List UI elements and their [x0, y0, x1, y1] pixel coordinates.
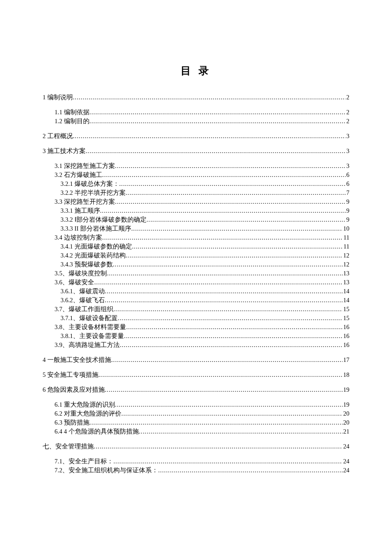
toc-entry[interactable]: 7.2、安全施工组织机构与保证体系： 24 [55, 466, 349, 475]
toc-entry[interactable]: 4 一般施工安全技术措施17 [43, 356, 349, 364]
toc-leader [113, 305, 342, 314]
toc-entry-text: 3.3.3 II 部分岩体施工顺序 [61, 224, 131, 233]
toc-entry[interactable]: 3.4.2 光面爆破装药结构12 [61, 251, 349, 260]
toc-entry-page: 24 [343, 466, 350, 475]
toc-entry[interactable]: 3.4.1 光面爆破参数的确定11 [61, 242, 349, 251]
toc-entry-text: 6.2 对重大危险源的评价 [55, 409, 121, 418]
toc-entry[interactable]: 2 工程概况3 [43, 132, 349, 141]
toc-entry[interactable]: 6.3 预防措施 20 [55, 418, 349, 427]
toc-entry-text: 6.1 重大危险源的识别 [55, 400, 115, 409]
toc-entry-page: 14 [343, 296, 350, 305]
toc-entry-text: 6.3 预防措施 [55, 418, 89, 427]
toc-entry[interactable]: 七、安全管理措施 24 [43, 442, 349, 451]
toc-entry-page: 6 [346, 171, 349, 179]
toc-leader [124, 332, 343, 341]
toc-entry[interactable]: 3.3.3 II 部分岩体施工顺序 10 [61, 224, 349, 233]
toc-entry-text: 3.4.1 光面爆破参数的确定 [61, 242, 132, 251]
toc-entry-text: 3.1 深挖路堑施工方案 [55, 162, 115, 171]
toc-leader [126, 188, 346, 197]
toc-entry[interactable]: 7.1、安全生产目标： 24 [55, 457, 349, 466]
toc-entry-page: 3 [346, 132, 349, 141]
toc-entry[interactable]: 3.9、高填路堤施工方法16 [55, 341, 349, 350]
toc-entry[interactable]: 3.8.1、主要设备需要量16 [61, 332, 349, 341]
toc-entry[interactable]: 6.4 4 个危险源的具体预防措施21 [55, 427, 349, 436]
toc-entry-text: 7.2、安全施工组织机构与保证体系： [55, 466, 158, 475]
toc-entry-text: 5 安全施工专项措施 [43, 370, 98, 379]
toc-entry-page: 21 [343, 427, 350, 436]
toc-entry[interactable]: 3.6.1、爆破震动14 [61, 287, 349, 296]
toc-entry[interactable]: 3.3.1 施工顺序 9 [61, 206, 349, 215]
toc-entry-page: 9 [346, 215, 349, 224]
toc-entry[interactable]: 3.1 深挖路堑施工方案 3 [55, 162, 349, 171]
toc-entry-text: 3.3.2 Ⅰ部分岩体爆破参数的确定 [61, 215, 147, 224]
toc-entry-text: 3.2 石方爆破施工 [55, 171, 102, 179]
toc-entry-page: 16 [343, 332, 350, 341]
toc-entry-page: 20 [343, 409, 350, 418]
toc-entry-page: 15 [343, 314, 350, 323]
toc-entry[interactable]: 1.1 编制依据2 [55, 108, 349, 117]
toc-entry[interactable]: 3.4 边坡控制方案 11 [55, 233, 349, 242]
toc-entry-text: 3.4.2 光面爆破装药结构 [61, 251, 126, 260]
toc-entry-text: 3.4 边坡控制方案 [55, 233, 102, 242]
toc-entry-page: 11 [343, 233, 349, 242]
toc-entry-page: 13 [343, 278, 350, 287]
toc-entry-page: 9 [346, 197, 349, 206]
toc-entry[interactable]: 3.8、主要设备材料需要量16 [55, 323, 349, 332]
toc-leader [158, 466, 342, 475]
toc-entry-text: 3.8.1、主要设备需要量 [61, 332, 124, 341]
toc-entry-text: 4 一般施工安全技术措施 [43, 356, 111, 364]
toc-entry[interactable]: 6.2 对重大危险源的评价20 [55, 409, 349, 418]
toc-entry-text: 6.4 4 个危险源的具体预防措施 [55, 427, 139, 436]
toc-leader [119, 179, 346, 188]
toc-leader [111, 356, 343, 364]
toc-entry[interactable]: 1 编制说明 2 [43, 93, 349, 102]
toc-entry[interactable]: 3.2.2 半挖半填开挖方案 7 [61, 188, 349, 197]
toc-leader [115, 400, 343, 409]
toc-leader [139, 427, 343, 436]
toc-leader [105, 287, 343, 296]
toc-entry-page: 2 [346, 108, 349, 117]
toc-entry-page: 11 [343, 242, 349, 251]
toc-leader [102, 171, 346, 179]
toc-leader [113, 457, 342, 466]
toc-entry-text: 3.2.1 爆破总体方案： [61, 179, 119, 188]
toc-entry[interactable]: 6 危险因素及应对措施19 [43, 385, 349, 394]
toc-entry-page: 24 [343, 442, 350, 451]
toc-entry-page: 24 [343, 457, 350, 466]
toc-leader [89, 418, 343, 427]
toc-leader [73, 132, 346, 141]
toc-entry[interactable]: 3.7、爆破工作面组织15 [55, 305, 349, 314]
toc-entry-text: 3.3.1 施工顺序 [61, 206, 100, 215]
toc-entry[interactable]: 1.2 编制目的2 [55, 117, 349, 126]
toc-entry[interactable]: 3.2.1 爆破总体方案： 6 [61, 179, 349, 188]
toc-entry-page: 18 [343, 370, 350, 379]
toc-entry-page: 16 [343, 341, 350, 350]
toc-entry-text: 3.6.1、爆破震动 [61, 287, 105, 296]
toc-entry-text: 3.2.2 半挖半填开挖方案 [61, 188, 126, 197]
toc-entry[interactable]: 3.5、爆破块度控制13 [55, 269, 349, 278]
toc-entry-text: 3.6.2、爆破飞石 [61, 296, 105, 305]
toc-entry-text: 3.6、爆破安全 [55, 278, 94, 287]
toc-entry[interactable]: 6.1 重大危险源的识别19 [55, 400, 349, 409]
toc-entry[interactable]: 3 施工技术方案3 [43, 147, 349, 156]
toc-entry-page: 2 [346, 93, 349, 102]
toc-leader [113, 260, 343, 269]
toc-entry[interactable]: 3.3 深挖路堑开挖方案 9 [55, 197, 349, 206]
toc-entry-text: 3 施工技术方案 [43, 147, 86, 156]
toc-entry-page: 12 [343, 260, 350, 269]
toc-entry[interactable]: 3.6、爆破安全13 [55, 278, 349, 287]
toc-leader [94, 442, 343, 451]
toc-entry[interactable]: 3.3.2 Ⅰ部分岩体爆破参数的确定 9 [61, 215, 349, 224]
toc-entry[interactable]: 3.2 石方爆破施工 6 [55, 171, 349, 179]
toc-leader [126, 251, 343, 260]
toc-entry-page: 20 [343, 418, 350, 427]
toc-entry[interactable]: 5 安全施工专项措施18 [43, 370, 349, 379]
toc-list: 1 编制说明 21.1 编制依据21.2 编制目的22 工程概况33 施工技术方… [43, 93, 349, 475]
toc-entry[interactable]: 3.6.2、爆破飞石14 [61, 296, 349, 305]
toc-entry[interactable]: 3.4.3 预裂爆破参数12 [61, 260, 349, 269]
toc-entry-text: 3.3 深挖路堑开挖方案 [55, 197, 115, 206]
toc-entry-page: 13 [343, 269, 350, 278]
toc-entry-page: 15 [343, 305, 350, 314]
toc-entry[interactable]: 3.7.1、爆破设备配置15 [61, 314, 349, 323]
toc-entry-page: 3 [346, 147, 349, 156]
